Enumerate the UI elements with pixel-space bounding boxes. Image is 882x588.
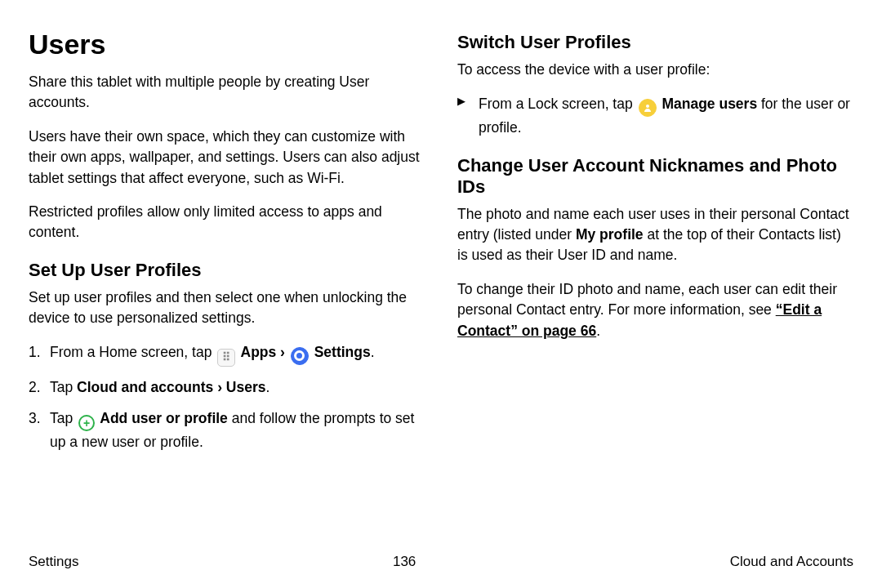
page-title: Users bbox=[29, 29, 425, 60]
step-1-text-a: From a Home screen, tap bbox=[50, 344, 216, 360]
step-1: 1. From a Home screen, tap ⠿ Apps › Sett… bbox=[29, 341, 425, 367]
play-triangle-icon: ▶ bbox=[457, 93, 479, 138]
step-2-path: Cloud and accounts › Users bbox=[77, 379, 265, 395]
intro-para-2: Users have their own space, which they c… bbox=[29, 127, 425, 189]
apps-icon: ⠿ bbox=[217, 349, 235, 367]
step-2-number: 2. bbox=[29, 376, 50, 398]
change-para-1: The photo and name each user uses in the… bbox=[457, 204, 853, 266]
right-column: Switch User Profiles To access the devic… bbox=[457, 29, 853, 462]
my-profile-label: My profile bbox=[576, 226, 644, 243]
step-1-separator: › bbox=[276, 344, 289, 360]
heading-change-nicknames: Change User Account Nicknames and Photo … bbox=[457, 155, 853, 198]
step-3-add-label: Add user or profile bbox=[96, 410, 228, 426]
footer-right: Cloud and Accounts bbox=[730, 554, 853, 570]
footer-left: Settings bbox=[29, 554, 78, 570]
switch-manage-label: Manage users bbox=[658, 96, 758, 112]
step-2-end: . bbox=[266, 379, 270, 395]
step-2-text-a: Tap bbox=[50, 379, 77, 395]
heading-setup-profiles: Set Up User Profiles bbox=[29, 260, 425, 281]
footer-page-number: 136 bbox=[393, 554, 416, 570]
step-1-settings-label: Settings bbox=[310, 344, 371, 360]
switch-intro: To access the device with a user profile… bbox=[457, 60, 853, 80]
step-1-apps-label: Apps bbox=[237, 344, 276, 360]
step-3: 3. Tap + Add user or profile and follow … bbox=[29, 408, 425, 452]
add-icon: + bbox=[78, 415, 95, 431]
setup-intro: Set up user profiles and then select one… bbox=[29, 287, 425, 329]
left-column: Users Share this tablet with multiple pe… bbox=[29, 29, 425, 462]
step-1-end: . bbox=[371, 344, 375, 360]
step-1-number: 1. bbox=[29, 341, 50, 367]
step-3-number: 3. bbox=[29, 408, 50, 452]
change-para-2: To change their ID photo and name, each … bbox=[457, 279, 853, 341]
step-2: 2. Tap Cloud and accounts › Users. bbox=[29, 376, 425, 398]
settings-icon bbox=[291, 347, 309, 365]
intro-para-1: Share this tablet with multiple people b… bbox=[29, 72, 425, 114]
page-footer: Settings 136 Cloud and Accounts bbox=[29, 554, 853, 570]
heading-switch-profiles: Switch User Profiles bbox=[457, 32, 853, 53]
intro-para-3: Restricted profiles allow only limited a… bbox=[29, 202, 425, 243]
step-3-text-a: Tap bbox=[50, 410, 77, 426]
svg-point-0 bbox=[646, 105, 649, 108]
switch-text-a: From a Lock screen, tap bbox=[479, 96, 637, 112]
manage-users-icon bbox=[639, 99, 657, 117]
switch-bullet: ▶ From a Lock screen, tap Manage users f… bbox=[457, 93, 853, 138]
